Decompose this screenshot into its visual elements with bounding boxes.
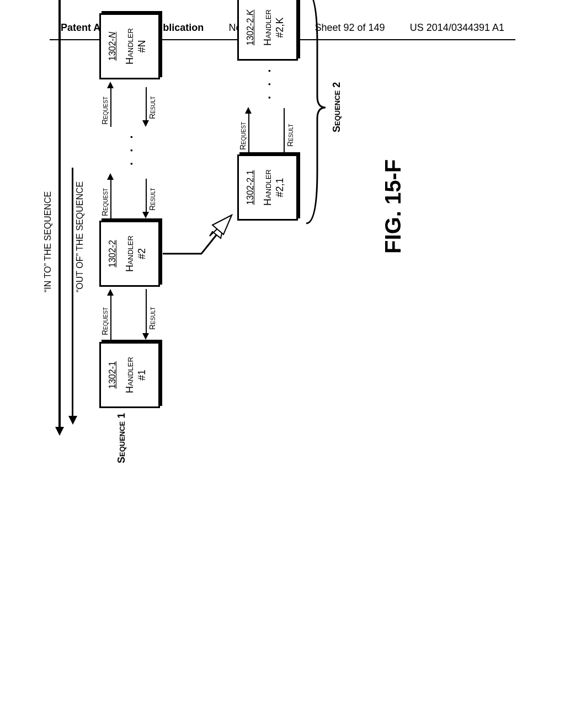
result-arrow-2-icon [142,212,149,218]
req-arrow-2-icon [107,173,114,180]
handler-21-ref: 1302-2.1 [246,156,255,219]
res-line-2 [146,179,147,212]
request-label-21: Request [238,122,247,150]
diagram: “IN TO” THE SEQUENCE “OUT OF” THE SEQUEN… [55,94,475,618]
dots-seq1: . . . [121,132,136,165]
res-line-n [146,87,147,120]
request-label-1: Request [100,307,109,335]
sequence-1-label: Sequence 1 [116,413,127,463]
out-arrow-head-icon [55,427,64,436]
dots-seq2: . . . [259,66,274,99]
request-label-2: Request [100,188,109,216]
in-arrow-line [58,0,61,427]
result-label-n: Result [148,96,157,119]
handler-1-ref: 1302-1 [108,344,118,406]
out-arrow-line [72,168,73,416]
request-label-n: Request [100,97,109,125]
handler-2k-box: 1302-2.K Handler #2,K [237,0,298,61]
in-sequence-label: “IN TO” THE SEQUENCE [43,191,53,292]
handler-2-box: 1302-2 Handler #2 [99,221,160,287]
res-line-21 [284,108,285,152]
req-line-1 [110,296,111,340]
req-arrow-n-icon [107,82,114,88]
callout-arrow-icon [163,199,234,265]
handler-1-box: 1302-1 Handler #1 [99,342,160,408]
handler-n-name: Handler #N [124,15,148,78]
req-arrow-21-icon [245,107,252,114]
handler-2-name: Handler #2 [124,222,148,285]
handler-21-box: 1302-2.1 Handler #2,1 [237,154,298,221]
req-arrow-1-icon [107,289,114,296]
result-label-2: Result [148,188,157,211]
handler-2-ref: 1302-2 [108,222,118,285]
out-arrow-head2-icon [68,416,77,425]
req-line-n [110,88,111,127]
brace-icon [303,0,331,226]
rotated-content: “IN TO” THE SEQUENCE “OUT OF” THE SEQUEN… [55,0,475,458]
result-arrow-1-icon [142,333,149,340]
handler-2k-ref: 1302-2.K [246,0,255,59]
result-arrow-n-icon [142,120,149,127]
handler-1-name: Handler #1 [124,344,148,406]
res-line-1 [146,289,147,333]
handler-n-box: 1302-N Handler #N [99,13,160,79]
out-sequence-label: “OUT OF” THE SEQUENCE [75,181,85,292]
result-label-21: Result [286,124,295,147]
handler-2k-name: Handler #2,K [262,0,286,59]
handler-n-ref: 1302-N [108,15,118,78]
figure-label: FIG. 15-F [381,159,406,254]
req-line-21 [248,114,249,152]
result-label-1: Result [148,307,157,330]
handler-21-name: Handler #2,1 [262,156,286,219]
sequence-2-label: Sequence 2 [331,82,343,132]
req-line-2 [110,180,111,218]
